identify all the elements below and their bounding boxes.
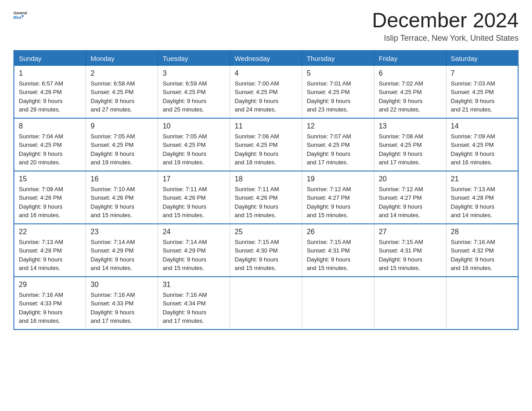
weekday-header-row: SundayMondayTuesdayWednesdayThursdayFrid… bbox=[14, 51, 518, 66]
day-number: 8 bbox=[19, 122, 81, 130]
calendar-cell: 5 Sunrise: 7:01 AMSunset: 4:25 PMDayligh… bbox=[302, 66, 374, 118]
day-info: Sunrise: 7:12 AMSunset: 4:27 PMDaylight:… bbox=[379, 185, 442, 220]
day-number: 22 bbox=[19, 228, 81, 236]
calendar-cell: 13 Sunrise: 7:08 AMSunset: 4:25 PMDaylig… bbox=[374, 118, 446, 171]
day-number: 17 bbox=[163, 175, 225, 183]
day-number: 24 bbox=[163, 228, 225, 236]
calendar-cell: 29 Sunrise: 7:16 AMSunset: 4:33 PMDaylig… bbox=[14, 277, 86, 330]
location-subtitle: Islip Terrace, New York, United States bbox=[372, 34, 519, 43]
calendar-cell: 18 Sunrise: 7:11 AMSunset: 4:26 PMDaylig… bbox=[230, 171, 302, 224]
day-number: 23 bbox=[90, 228, 153, 236]
calendar-cell: 2 Sunrise: 6:58 AMSunset: 4:25 PMDayligh… bbox=[86, 66, 158, 118]
calendar-cell: 16 Sunrise: 7:10 AMSunset: 4:26 PMDaylig… bbox=[86, 171, 158, 224]
day-number: 18 bbox=[235, 175, 297, 183]
calendar-cell: 22 Sunrise: 7:13 AMSunset: 4:28 PMDaylig… bbox=[14, 224, 86, 277]
day-number: 6 bbox=[379, 69, 442, 77]
day-number: 26 bbox=[307, 228, 369, 236]
calendar-cell bbox=[302, 277, 374, 330]
day-info: Sunrise: 7:05 AMSunset: 4:25 PMDaylight:… bbox=[163, 132, 225, 167]
day-info: Sunrise: 7:11 AMSunset: 4:26 PMDaylight:… bbox=[235, 185, 297, 220]
weekday-header-thursday: Thursday bbox=[302, 51, 374, 66]
calendar-cell: 8 Sunrise: 7:04 AMSunset: 4:25 PMDayligh… bbox=[14, 118, 86, 171]
header: General Blue December 2024 Islip Terrace… bbox=[13, 9, 519, 43]
calendar-cell: 23 Sunrise: 7:14 AMSunset: 4:29 PMDaylig… bbox=[86, 224, 158, 277]
day-info: Sunrise: 7:04 AMSunset: 4:25 PMDaylight:… bbox=[19, 132, 81, 167]
week-row-3: 15 Sunrise: 7:09 AMSunset: 4:26 PMDaylig… bbox=[14, 171, 518, 224]
day-info: Sunrise: 7:02 AMSunset: 4:25 PMDaylight:… bbox=[379, 79, 442, 114]
weekday-header-sunday: Sunday bbox=[14, 51, 86, 66]
day-number: 1 bbox=[19, 69, 81, 77]
calendar-cell: 27 Sunrise: 7:15 AMSunset: 4:31 PMDaylig… bbox=[374, 224, 446, 277]
weekday-header-wednesday: Wednesday bbox=[230, 51, 302, 66]
day-number: 25 bbox=[235, 228, 297, 236]
title-area: December 2024 Islip Terrace, New York, U… bbox=[372, 9, 519, 43]
day-number: 4 bbox=[235, 69, 297, 77]
calendar-cell: 19 Sunrise: 7:12 AMSunset: 4:27 PMDaylig… bbox=[302, 171, 374, 224]
calendar-cell: 31 Sunrise: 7:16 AMSunset: 4:34 PMDaylig… bbox=[158, 277, 230, 330]
day-number: 2 bbox=[90, 69, 153, 77]
calendar-cell: 12 Sunrise: 7:07 AMSunset: 4:25 PMDaylig… bbox=[302, 118, 374, 171]
day-number: 10 bbox=[163, 122, 225, 130]
calendar-cell: 14 Sunrise: 7:09 AMSunset: 4:25 PMDaylig… bbox=[446, 118, 518, 171]
month-title: December 2024 bbox=[372, 9, 519, 32]
calendar-cell: 17 Sunrise: 7:11 AMSunset: 4:26 PMDaylig… bbox=[158, 171, 230, 224]
day-number: 21 bbox=[451, 175, 513, 183]
day-info: Sunrise: 7:07 AMSunset: 4:25 PMDaylight:… bbox=[307, 132, 369, 167]
calendar-cell: 24 Sunrise: 7:14 AMSunset: 4:29 PMDaylig… bbox=[158, 224, 230, 277]
calendar-cell: 7 Sunrise: 7:03 AMSunset: 4:25 PMDayligh… bbox=[446, 66, 518, 118]
day-info: Sunrise: 7:12 AMSunset: 4:27 PMDaylight:… bbox=[307, 185, 369, 220]
day-number: 27 bbox=[379, 228, 442, 236]
day-info: Sunrise: 6:58 AMSunset: 4:25 PMDaylight:… bbox=[90, 79, 153, 114]
day-number: 3 bbox=[163, 69, 225, 77]
calendar-cell: 4 Sunrise: 7:00 AMSunset: 4:25 PMDayligh… bbox=[230, 66, 302, 118]
day-number: 31 bbox=[163, 281, 225, 289]
week-row-2: 8 Sunrise: 7:04 AMSunset: 4:25 PMDayligh… bbox=[14, 118, 518, 171]
day-info: Sunrise: 7:15 AMSunset: 4:31 PMDaylight:… bbox=[379, 238, 442, 273]
day-number: 12 bbox=[307, 122, 369, 130]
day-info: Sunrise: 7:14 AMSunset: 4:29 PMDaylight:… bbox=[90, 238, 153, 273]
calendar-cell: 15 Sunrise: 7:09 AMSunset: 4:26 PMDaylig… bbox=[14, 171, 86, 224]
day-info: Sunrise: 7:16 AMSunset: 4:34 PMDaylight:… bbox=[163, 291, 225, 325]
weekday-header-tuesday: Tuesday bbox=[158, 51, 230, 66]
day-info: Sunrise: 7:03 AMSunset: 4:25 PMDaylight:… bbox=[451, 79, 513, 114]
week-row-5: 29 Sunrise: 7:16 AMSunset: 4:33 PMDaylig… bbox=[14, 277, 518, 330]
calendar-cell: 20 Sunrise: 7:12 AMSunset: 4:27 PMDaylig… bbox=[374, 171, 446, 224]
day-number: 5 bbox=[307, 69, 369, 77]
day-info: Sunrise: 7:13 AMSunset: 4:28 PMDaylight:… bbox=[451, 185, 513, 220]
day-number: 7 bbox=[451, 69, 513, 77]
weekday-header-saturday: Saturday bbox=[446, 51, 518, 66]
day-info: Sunrise: 7:16 AMSunset: 4:32 PMDaylight:… bbox=[451, 238, 513, 273]
calendar-table: SundayMondayTuesdayWednesdayThursdayFrid… bbox=[13, 50, 519, 330]
calendar-cell: 3 Sunrise: 6:59 AMSunset: 4:25 PMDayligh… bbox=[158, 66, 230, 118]
day-info: Sunrise: 7:05 AMSunset: 4:25 PMDaylight:… bbox=[90, 132, 153, 167]
logo-icon: General Blue bbox=[13, 9, 27, 21]
day-number: 29 bbox=[19, 281, 81, 289]
calendar-cell: 26 Sunrise: 7:15 AMSunset: 4:31 PMDaylig… bbox=[302, 224, 374, 277]
day-info: Sunrise: 7:11 AMSunset: 4:26 PMDaylight:… bbox=[163, 185, 225, 220]
calendar-cell: 1 Sunrise: 6:57 AMSunset: 4:26 PMDayligh… bbox=[14, 66, 86, 118]
calendar-cell bbox=[374, 277, 446, 330]
svg-marker-1 bbox=[21, 15, 24, 17]
day-number: 20 bbox=[379, 175, 442, 183]
day-number: 28 bbox=[451, 228, 513, 236]
day-number: 19 bbox=[307, 175, 369, 183]
day-info: Sunrise: 7:16 AMSunset: 4:33 PMDaylight:… bbox=[90, 291, 153, 325]
day-info: Sunrise: 7:16 AMSunset: 4:33 PMDaylight:… bbox=[19, 291, 81, 325]
svg-text:Blue: Blue bbox=[13, 16, 21, 20]
calendar-cell: 21 Sunrise: 7:13 AMSunset: 4:28 PMDaylig… bbox=[446, 171, 518, 224]
day-number: 15 bbox=[19, 175, 81, 183]
calendar-cell: 28 Sunrise: 7:16 AMSunset: 4:32 PMDaylig… bbox=[446, 224, 518, 277]
day-number: 11 bbox=[235, 122, 297, 130]
day-info: Sunrise: 7:10 AMSunset: 4:26 PMDaylight:… bbox=[90, 185, 153, 220]
day-info: Sunrise: 7:06 AMSunset: 4:25 PMDaylight:… bbox=[235, 132, 297, 167]
day-info: Sunrise: 7:14 AMSunset: 4:29 PMDaylight:… bbox=[163, 238, 225, 273]
week-row-1: 1 Sunrise: 6:57 AMSunset: 4:26 PMDayligh… bbox=[14, 66, 518, 118]
day-number: 16 bbox=[90, 175, 153, 183]
calendar-cell bbox=[446, 277, 518, 330]
day-info: Sunrise: 6:59 AMSunset: 4:25 PMDaylight:… bbox=[163, 79, 225, 114]
weekday-header-friday: Friday bbox=[374, 51, 446, 66]
calendar-cell: 25 Sunrise: 7:15 AMSunset: 4:30 PMDaylig… bbox=[230, 224, 302, 277]
day-info: Sunrise: 7:15 AMSunset: 4:30 PMDaylight:… bbox=[235, 238, 297, 273]
day-info: Sunrise: 7:01 AMSunset: 4:25 PMDaylight:… bbox=[307, 79, 369, 114]
day-number: 30 bbox=[90, 281, 153, 289]
